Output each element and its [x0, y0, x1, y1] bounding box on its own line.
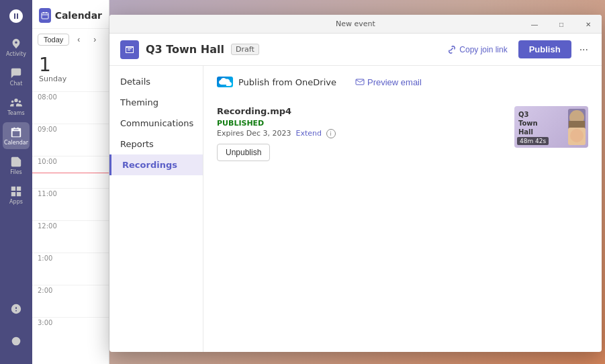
next-button[interactable]: ›: [88, 33, 101, 46]
calendar-header: Calendar: [32, 0, 109, 29]
info-icon: i: [326, 129, 336, 138]
main-content: Publish from OneDrive Preview email Reco…: [203, 66, 602, 352]
recording-thumbnail: Q3TownHall 48m 42s: [514, 106, 588, 148]
sidebar-label-activity: Activity: [6, 51, 26, 57]
time-1300: 1:00: [32, 253, 109, 285]
sidebar-label-apps: Apps: [9, 199, 23, 205]
left-nav: Details Theming Communications Reports R…: [109, 66, 203, 352]
maximize-button[interactable]: □: [548, 15, 575, 34]
close-button[interactable]: ✕: [575, 15, 602, 34]
sidebar-label-teams: Teams: [7, 110, 24, 116]
teams-sidebar: Activity Chat Teams Calendar Files Apps: [0, 0, 32, 364]
svg-rect-0: [42, 13, 48, 19]
nav-item-reports[interactable]: Reports: [109, 134, 203, 154]
preview-email-label: Preview email: [367, 77, 422, 87]
calendar-day: 1 Sunday: [32, 50, 109, 89]
unpublish-button[interactable]: Unpublish: [217, 144, 270, 161]
recording-info: Recording.mp4 PUBLISHED Expires Dec 3, 2…: [217, 106, 504, 161]
thumbnail-duration: 48m 42s: [517, 137, 549, 145]
sidebar-label-files: Files: [10, 169, 22, 175]
onedrive-header: Publish from OneDrive Preview email: [217, 77, 588, 87]
preview-email-button[interactable]: Preview email: [355, 77, 422, 87]
current-time-indicator: [32, 173, 109, 173]
calendar-times: 08:00 09:00 10:00 11:00 12:00 1:00 2:00 …: [32, 89, 109, 364]
expires-text: Expires Dec 3, 2023 Extend i: [217, 129, 504, 138]
nav-item-details[interactable]: Details: [109, 71, 203, 92]
time-1000: 10:00: [32, 156, 109, 188]
calendar-icon: [39, 8, 51, 23]
time-1100: 11:00: [32, 188, 109, 220]
copy-join-link-button[interactable]: Copy join link: [442, 42, 512, 57]
nav-item-communications[interactable]: Communications: [109, 113, 203, 134]
publish-button[interactable]: Publish: [518, 40, 571, 58]
calendar-title: Calendar: [55, 10, 102, 21]
nav-item-theming[interactable]: Theming: [109, 92, 203, 113]
sidebar-item-chat[interactable]: Chat: [3, 63, 30, 90]
onedrive-label: Publish from OneDrive: [238, 77, 336, 87]
minimize-button[interactable]: —: [521, 15, 548, 34]
event-modal: New event — □ ✕ Q3 Town Hall Draft Copy …: [109, 15, 602, 352]
sidebar-item-calendar[interactable]: Calendar: [3, 122, 30, 149]
event-icon: [120, 40, 139, 59]
event-header: Q3 Town Hall Draft Copy join link Publis…: [109, 34, 602, 66]
recording-name: Recording.mp4: [217, 106, 504, 116]
sidebar-item-activity[interactable]: Activity: [3, 34, 30, 60]
nav-item-recordings[interactable]: Recordings: [109, 154, 203, 175]
thumbnail-avatar-bottom: [568, 128, 586, 145]
sidebar-item-apps[interactable]: Apps: [3, 181, 30, 208]
sidebar-label-chat: Chat: [10, 81, 23, 87]
copy-link-label: Copy join link: [459, 45, 507, 54]
event-title: Q3 Town Hall: [146, 43, 224, 56]
modal-title: New event: [336, 19, 375, 28]
modal-titlebar: New event — □ ✕: [109, 15, 602, 34]
time-1500: 3:00: [32, 317, 109, 349]
extend-link[interactable]: Extend: [296, 129, 322, 138]
day-name: Sunday: [39, 75, 102, 83]
sidebar-label-calendar: Calendar: [4, 140, 28, 146]
window-controls: — □ ✕: [521, 15, 602, 34]
time-0800: 08:00: [32, 91, 109, 124]
recording-card: Recording.mp4 PUBLISHED Expires Dec 3, 2…: [217, 98, 588, 169]
time-1400: 2:00: [32, 285, 109, 317]
day-number: 1: [39, 56, 102, 75]
content-area: Details Theming Communications Reports R…: [109, 66, 602, 352]
more-options-button[interactable]: ···: [577, 41, 591, 58]
thumbnail-text: Q3TownHall: [518, 110, 538, 136]
time-0900: 09:00: [32, 124, 109, 156]
sidebar-bottom: [3, 294, 30, 364]
settings-button[interactable]: [3, 328, 30, 355]
help-button[interactable]: [3, 295, 30, 322]
sidebar-item-teams[interactable]: Teams: [3, 93, 30, 120]
today-button[interactable]: Today: [38, 34, 69, 46]
published-status: PUBLISHED: [217, 119, 504, 128]
sidebar-item-files[interactable]: Files: [3, 152, 30, 179]
draft-badge: Draft: [231, 44, 259, 55]
event-header-actions: Copy join link Publish ···: [442, 40, 591, 58]
prev-button[interactable]: ‹: [72, 33, 85, 46]
calendar-panel: Calendar Today ‹ › 1 Sunday 08:00 09:00 …: [32, 0, 109, 364]
onedrive-icon: [217, 77, 233, 87]
calendar-nav: Today ‹ ›: [32, 29, 109, 50]
teams-logo: [5, 5, 27, 27]
time-1200: 12:00: [32, 220, 109, 253]
